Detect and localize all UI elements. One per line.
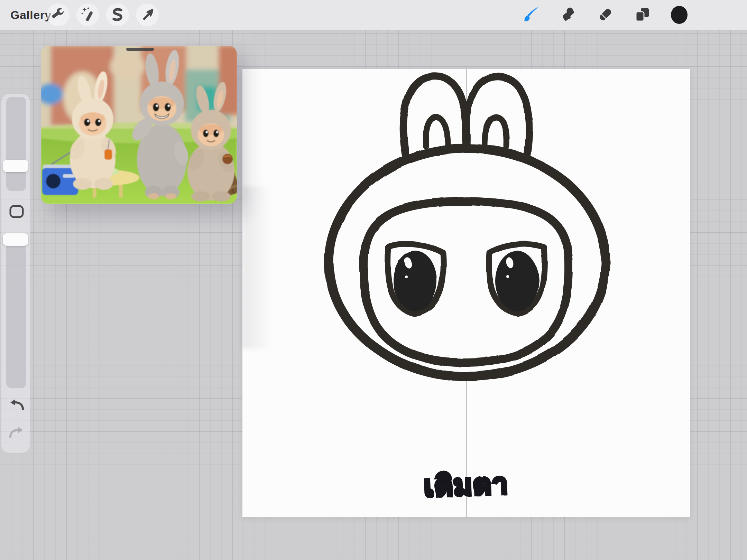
reference-photo bbox=[41, 46, 237, 204]
canvas-caption: เติมตา bbox=[423, 461, 509, 508]
transform-icon bbox=[139, 7, 155, 23]
brush-size-slider[interactable] bbox=[6, 97, 26, 191]
undo-button[interactable] bbox=[8, 398, 25, 413]
color-icon bbox=[670, 6, 689, 24]
top-toolbar: Gallery bbox=[0, 0, 747, 30]
redo-button[interactable] bbox=[8, 426, 25, 440]
brush-icon bbox=[522, 6, 540, 24]
undo-icon bbox=[8, 408, 25, 414]
redo-icon bbox=[8, 436, 25, 441]
actions-button[interactable] bbox=[47, 3, 70, 26]
drag-handle[interactable] bbox=[126, 48, 154, 51]
left-pupil bbox=[394, 251, 437, 311]
magic-wand-icon bbox=[80, 7, 96, 23]
drawing-canvas[interactable]: เติมตา bbox=[242, 69, 690, 517]
layers-icon bbox=[634, 6, 651, 24]
adjustments-button[interactable] bbox=[76, 3, 99, 26]
brush-size-handle[interactable] bbox=[3, 160, 28, 172]
eraser-icon bbox=[597, 6, 614, 24]
head-outline bbox=[329, 148, 606, 376]
wrench-icon bbox=[50, 7, 66, 23]
brush-sidebar bbox=[1, 94, 30, 453]
paint-button[interactable] bbox=[519, 3, 542, 26]
brush-opacity-handle[interactable] bbox=[3, 233, 28, 246]
selection-button[interactable] bbox=[106, 3, 129, 26]
procreate-app: Gallery bbox=[0, 0, 747, 560]
gallery-button[interactable]: Gallery bbox=[10, 8, 52, 22]
smudge-button[interactable] bbox=[556, 3, 579, 26]
reference-image[interactable] bbox=[41, 46, 237, 204]
right-pupil bbox=[495, 251, 539, 311]
selection-icon bbox=[110, 7, 125, 22]
transform-button[interactable] bbox=[136, 3, 159, 26]
labubu-line-drawing bbox=[242, 69, 690, 517]
right-inner-ear bbox=[485, 117, 507, 146]
erase-button[interactable] bbox=[594, 3, 617, 26]
smudge-icon bbox=[559, 6, 577, 24]
color-button[interactable] bbox=[668, 3, 691, 26]
brush-opacity-slider[interactable] bbox=[6, 234, 26, 388]
left-inner-ear bbox=[426, 117, 448, 146]
modify-button[interactable] bbox=[9, 205, 24, 219]
modify-icon bbox=[9, 205, 24, 220]
layers-button[interactable] bbox=[631, 3, 654, 26]
